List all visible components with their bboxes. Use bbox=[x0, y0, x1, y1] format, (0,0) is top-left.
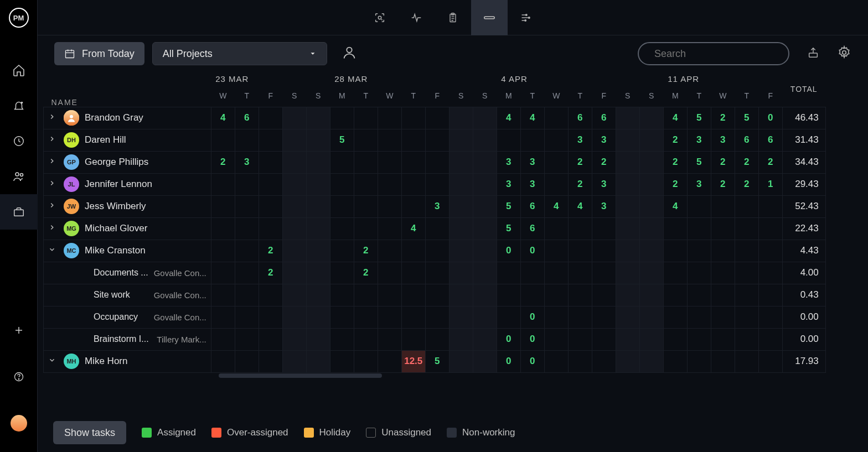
workload-cell[interactable] bbox=[663, 306, 687, 328]
workload-cell[interactable] bbox=[211, 129, 235, 151]
workload-cell[interactable] bbox=[401, 328, 425, 350]
workload-cell[interactable]: 1 bbox=[758, 173, 782, 195]
workload-cell[interactable]: 4 bbox=[497, 107, 520, 129]
workload-cell[interactable] bbox=[758, 217, 782, 240]
workload-cell[interactable] bbox=[497, 306, 520, 328]
workload-cell[interactable] bbox=[616, 240, 639, 262]
workload-cell[interactable] bbox=[449, 262, 473, 284]
project-select[interactable]: All Projects bbox=[152, 42, 327, 65]
workload-cell[interactable] bbox=[687, 350, 711, 372]
workload-cell[interactable] bbox=[449, 328, 473, 350]
workload-cell[interactable] bbox=[663, 350, 687, 372]
workload-cell[interactable] bbox=[330, 240, 354, 262]
view-gantt-icon[interactable] bbox=[508, 0, 544, 35]
workload-cell[interactable] bbox=[282, 151, 306, 173]
workload-cell[interactable] bbox=[639, 262, 663, 284]
workload-cell[interactable] bbox=[639, 173, 663, 195]
workload-cell[interactable] bbox=[425, 129, 449, 151]
workload-cell[interactable] bbox=[544, 350, 568, 372]
workload-cell[interactable] bbox=[306, 151, 330, 173]
workload-cell[interactable]: 12.5 bbox=[401, 350, 425, 372]
workload-cell[interactable] bbox=[520, 284, 544, 306]
workload-cell[interactable]: 3 bbox=[235, 151, 259, 173]
workload-cell[interactable] bbox=[378, 262, 401, 284]
workload-cell[interactable] bbox=[354, 173, 378, 195]
workload-cell[interactable] bbox=[473, 173, 497, 195]
workload-cell[interactable]: 2 bbox=[663, 151, 687, 173]
workload-cell[interactable] bbox=[306, 306, 330, 328]
workload-cell[interactable] bbox=[687, 306, 711, 328]
workload-cell[interactable]: 2 bbox=[354, 262, 378, 284]
horizontal-scrollbar[interactable] bbox=[219, 373, 382, 378]
workload-cell[interactable]: 3 bbox=[497, 151, 520, 173]
workload-cell[interactable] bbox=[306, 284, 330, 306]
workload-cell[interactable] bbox=[473, 328, 497, 350]
workload-cell[interactable] bbox=[306, 129, 330, 151]
workload-cell[interactable] bbox=[306, 240, 330, 262]
workload-cell[interactable] bbox=[473, 350, 497, 372]
workload-cell[interactable] bbox=[639, 284, 663, 306]
workload-cell[interactable] bbox=[639, 306, 663, 328]
workload-cell[interactable] bbox=[616, 284, 639, 306]
expand-icon[interactable] bbox=[48, 356, 58, 367]
workload-cell[interactable]: 2 bbox=[711, 173, 735, 195]
workload-cell[interactable] bbox=[401, 151, 425, 173]
workload-cell[interactable] bbox=[473, 284, 497, 306]
workload-cell[interactable] bbox=[354, 217, 378, 240]
workload-cell[interactable] bbox=[616, 129, 639, 151]
workload-cell[interactable]: 2 bbox=[259, 240, 282, 262]
workload-cell[interactable] bbox=[592, 240, 616, 262]
workload-cell[interactable] bbox=[330, 284, 354, 306]
nav-plus-icon[interactable] bbox=[0, 313, 38, 348]
workload-cell[interactable] bbox=[592, 217, 616, 240]
workload-cell[interactable]: 4 bbox=[401, 217, 425, 240]
workload-cell[interactable] bbox=[378, 350, 401, 372]
workload-cell[interactable] bbox=[758, 284, 782, 306]
nav-people-icon[interactable] bbox=[0, 159, 38, 194]
workload-cell[interactable] bbox=[735, 306, 758, 328]
expand-icon[interactable] bbox=[48, 179, 58, 190]
workload-cell[interactable] bbox=[449, 306, 473, 328]
user-row[interactable]: GPGeorge Phillips2333222522234.43 bbox=[44, 151, 826, 173]
workload-cell[interactable] bbox=[616, 217, 639, 240]
workload-cell[interactable] bbox=[616, 350, 639, 372]
workload-cell[interactable] bbox=[544, 240, 568, 262]
user-row[interactable]: DHDaren Hill5332336631.43 bbox=[44, 129, 826, 151]
workload-cell[interactable] bbox=[758, 240, 782, 262]
workload-cell[interactable] bbox=[735, 328, 758, 350]
workload-cell[interactable]: 2 bbox=[735, 151, 758, 173]
workload-cell[interactable] bbox=[378, 107, 401, 129]
workload-cell[interactable] bbox=[354, 107, 378, 129]
workload-cell[interactable] bbox=[330, 328, 354, 350]
workload-cell[interactable] bbox=[449, 217, 473, 240]
from-today-button[interactable]: From Today bbox=[54, 42, 144, 65]
workload-cell[interactable]: 2 bbox=[663, 129, 687, 151]
workload-cell[interactable] bbox=[592, 262, 616, 284]
workload-cell[interactable] bbox=[711, 306, 735, 328]
task-row[interactable]: Documents ...Govalle Con...224.00 bbox=[44, 262, 826, 284]
workload-cell[interactable] bbox=[711, 240, 735, 262]
workload-cell[interactable]: 2 bbox=[663, 173, 687, 195]
workload-cell[interactable] bbox=[449, 195, 473, 217]
workload-cell[interactable] bbox=[306, 195, 330, 217]
workload-cell[interactable] bbox=[449, 107, 473, 129]
workload-cell[interactable] bbox=[616, 328, 639, 350]
workload-cell[interactable] bbox=[735, 262, 758, 284]
workload-cell[interactable] bbox=[544, 262, 568, 284]
nav-clock-icon[interactable] bbox=[0, 123, 38, 159]
workload-cell[interactable] bbox=[425, 262, 449, 284]
workload-cell[interactable] bbox=[735, 240, 758, 262]
workload-cell[interactable] bbox=[425, 306, 449, 328]
workload-cell[interactable] bbox=[211, 328, 235, 350]
workload-cell[interactable] bbox=[663, 262, 687, 284]
workload-cell[interactable] bbox=[401, 129, 425, 151]
user-row[interactable]: MCMike Cranston22004.43 bbox=[44, 240, 826, 262]
workload-cell[interactable] bbox=[568, 262, 592, 284]
export-icon[interactable] bbox=[807, 46, 819, 61]
nav-briefcase-icon[interactable] bbox=[0, 194, 38, 230]
workload-cell[interactable]: 5 bbox=[687, 151, 711, 173]
workload-cell[interactable]: 5 bbox=[330, 129, 354, 151]
workload-cell[interactable] bbox=[473, 262, 497, 284]
workload-cell[interactable] bbox=[639, 129, 663, 151]
workload-cell[interactable] bbox=[616, 306, 639, 328]
